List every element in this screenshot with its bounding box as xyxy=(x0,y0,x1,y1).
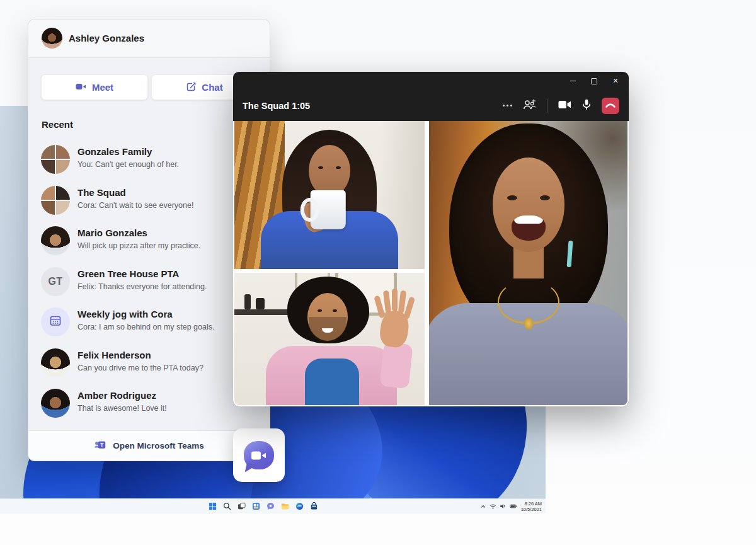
call-actions xyxy=(503,98,619,114)
start-icon xyxy=(209,502,217,510)
edge-icon xyxy=(295,502,304,510)
chat-bubble-icon xyxy=(266,502,275,510)
person-avatar xyxy=(41,389,70,418)
chevron-up-icon[interactable] xyxy=(480,503,486,510)
file-explorer-button[interactable] xyxy=(279,500,291,512)
system-tray[interactable]: 8:26 AM 10/5/2021 xyxy=(480,499,544,513)
clock-time: 8:26 AM xyxy=(520,501,542,507)
conversation-preview: That is awesome! Love it! xyxy=(77,404,167,413)
conversation-title: The Squad xyxy=(77,187,126,198)
conversation-preview: You: Can't get enough of her. xyxy=(77,160,179,169)
initials-avatar: GT xyxy=(41,267,70,296)
person-avatar xyxy=(41,226,70,255)
laughing-mouth xyxy=(512,215,546,241)
camera-toggle-button[interactable] xyxy=(558,100,571,112)
conversation-preview: Will pick up pizza after my practice. xyxy=(77,241,200,250)
conversation-title: Felix Henderson xyxy=(77,350,151,360)
participant-video-man-waving xyxy=(234,273,425,405)
store-icon xyxy=(310,502,318,510)
conversation-preview: Can you drive me to the PTA today? xyxy=(77,364,203,372)
participant-face xyxy=(309,145,350,197)
recent-heading: Recent xyxy=(42,119,73,130)
hang-up-button[interactable] xyxy=(602,98,619,114)
taskbar-icon-cluster xyxy=(207,499,320,513)
meet-button-label: Meet xyxy=(92,82,113,93)
widgets-button[interactable] xyxy=(250,500,262,512)
call-title: The Squad 1:05 xyxy=(243,101,310,111)
group-avatar xyxy=(41,186,70,215)
maximize-icon xyxy=(591,78,597,84)
conversation-preview: Cora: Can't wait to see everyone! xyxy=(77,201,193,210)
camera-glyph xyxy=(251,450,267,461)
participant-video-woman-with-mug xyxy=(234,121,425,269)
coffee-mug xyxy=(311,190,346,229)
add-participant-icon xyxy=(523,99,536,112)
battery-icon[interactable] xyxy=(510,503,517,510)
search-icon xyxy=(223,502,231,510)
compose-icon xyxy=(186,82,196,93)
video-grid xyxy=(233,121,629,406)
flyout-header: Ashley Gonzales xyxy=(28,20,270,58)
window-titlebar: ✕ xyxy=(233,72,629,90)
meet-button[interactable]: Meet xyxy=(41,74,148,100)
widgets-icon xyxy=(252,502,260,510)
teams-logo-icon: T xyxy=(94,439,106,454)
taskbar: 8:26 AM 10/5/2021 xyxy=(0,498,546,513)
participant-shirt xyxy=(305,359,359,405)
close-button[interactable]: ✕ xyxy=(605,72,626,90)
conversation-title: Mario Gonzales xyxy=(77,227,147,238)
task-view-icon xyxy=(238,502,246,510)
video-camera-icon xyxy=(76,82,86,93)
search-button[interactable] xyxy=(221,500,233,512)
wifi-icon[interactable] xyxy=(490,503,496,510)
close-icon: ✕ xyxy=(612,77,618,84)
shelf xyxy=(234,309,290,315)
page: 8:26 AM 10/5/2021 Ashley Gonzales Meet C… xyxy=(0,0,756,545)
user-name: Ashley Gonzales xyxy=(69,20,144,57)
more-options-button[interactable] xyxy=(503,105,512,106)
calendar-avatar xyxy=(41,307,70,336)
participant-video-woman-laughing xyxy=(429,121,627,405)
store-button[interactable] xyxy=(308,500,320,512)
group-avatar xyxy=(41,145,70,174)
person-avatar xyxy=(41,348,70,377)
camera-icon xyxy=(558,100,571,112)
edge-button[interactable] xyxy=(294,500,306,512)
necklace-pendant xyxy=(524,318,533,330)
conversation-preview: Cora: I am so behind on my step goals. xyxy=(77,323,214,331)
hang-up-icon xyxy=(605,100,616,112)
conversation-title: Weekly jog with Cora xyxy=(77,309,173,319)
add-participant-button[interactable] xyxy=(523,99,536,112)
call-toolbar: The Squad 1:05 xyxy=(233,90,629,121)
taskbar-clock[interactable]: 8:26 AM 10/5/2021 xyxy=(520,501,542,512)
chat-button-label: Chat xyxy=(202,82,222,93)
open-teams-label: Open Microsoft Teams xyxy=(113,441,204,450)
calendar-icon xyxy=(49,314,62,330)
volume-icon[interactable] xyxy=(500,503,507,510)
call-window: ✕ The Squad 1:05 xyxy=(233,72,629,406)
conversation-preview: Felix: Thanks everyone for attending. xyxy=(77,282,207,291)
maximize-button[interactable] xyxy=(583,72,605,90)
conversation-title: Green Tree House PTA xyxy=(77,268,179,279)
toolbar-divider xyxy=(547,99,547,113)
minimize-icon xyxy=(570,81,576,82)
chat-launcher-button[interactable] xyxy=(233,428,285,482)
file-explorer-icon xyxy=(281,502,289,510)
teams-chat-taskbar-button[interactable] xyxy=(265,500,277,512)
video-chat-bubble-icon xyxy=(244,441,274,469)
microphone-toggle-button[interactable] xyxy=(582,99,591,113)
more-options-icon xyxy=(503,105,512,106)
svg-text:T: T xyxy=(100,442,104,448)
task-view-button[interactable] xyxy=(236,500,248,512)
conversation-title: Amber Rodriguez xyxy=(77,390,156,401)
start-button[interactable] xyxy=(207,500,219,512)
user-avatar[interactable] xyxy=(42,28,62,49)
microphone-icon xyxy=(582,99,591,113)
minimize-button[interactable] xyxy=(562,72,583,90)
clock-date: 10/5/2021 xyxy=(520,507,542,512)
conversation-title: Gonzales Family xyxy=(77,146,152,157)
